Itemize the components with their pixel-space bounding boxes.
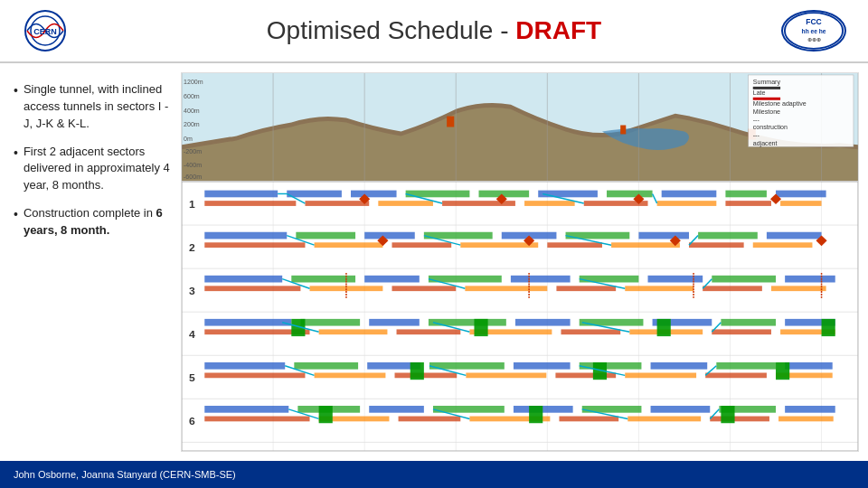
list-item: • Construction complete in 6 years, 8 mo… — [14, 205, 172, 239]
svg-text:⊕⊕⊕: ⊕⊕⊕ — [807, 37, 821, 42]
chart-area: 1200m 600m 400m 200m 0m -200m -400m -600… — [181, 72, 859, 452]
svg-rect-187 — [204, 417, 309, 422]
svg-text:---: --- — [753, 132, 760, 138]
svg-text:Summary: Summary — [753, 79, 781, 86]
svg-rect-71 — [378, 201, 433, 206]
bullet-text-1: Single tunnel, with inclined access tunn… — [24, 81, 172, 133]
svg-rect-170 — [466, 372, 546, 378]
svg-rect-116 — [511, 276, 571, 283]
svg-rect-141 — [515, 319, 571, 326]
svg-rect-186 — [785, 406, 835, 413]
svg-rect-162 — [514, 362, 571, 370]
svg-rect-156 — [657, 319, 671, 336]
svg-rect-102 — [689, 242, 744, 248]
svg-rect-93 — [638, 232, 689, 239]
svg-rect-69 — [204, 201, 296, 206]
svg-text:0m: 0m — [184, 136, 193, 142]
svg-rect-61 — [351, 191, 397, 198]
svg-text:1: 1 — [189, 198, 195, 211]
bullet-text-2: First 2 adjacent sectors delivered in ap… — [24, 144, 172, 195]
svg-rect-103 — [753, 242, 813, 248]
svg-rect-177 — [776, 362, 789, 380]
svg-rect-167 — [204, 372, 305, 378]
svg-rect-155 — [474, 319, 487, 336]
terrain-svg: 1200m 600m 400m 200m 0m -200m -400m -600… — [182, 73, 858, 181]
bullet-icon: • — [14, 206, 18, 224]
svg-rect-171 — [555, 372, 616, 378]
gantt-svg: 1 2 3 4 5 6 — [182, 182, 858, 451]
footer-text: John Osborne, Joanna Stanyard (CERN-SMB-… — [14, 469, 236, 480]
svg-text:4: 4 — [189, 328, 195, 341]
svg-rect-164 — [651, 362, 708, 370]
svg-text:5: 5 — [189, 371, 195, 384]
svg-rect-196 — [529, 406, 542, 423]
svg-rect-112 — [204, 276, 282, 283]
svg-rect-192 — [627, 417, 701, 422]
svg-rect-180 — [369, 406, 424, 413]
list-item: • Single tunnel, with inclined access tu… — [14, 81, 172, 133]
svg-text:Milestone adaptive: Milestone adaptive — [753, 100, 807, 108]
svg-text:600m: 600m — [184, 93, 200, 99]
title-text: Optimised Schedule - — [267, 16, 515, 44]
svg-rect-125 — [556, 286, 616, 291]
svg-rect-165 — [716, 362, 776, 370]
svg-rect-66 — [662, 191, 717, 198]
gantt-area: 1 2 3 4 5 6 — [182, 182, 858, 451]
svg-rect-9 — [620, 126, 626, 135]
svg-rect-95 — [767, 232, 822, 239]
fcc-logo-oval: FCC hh ee he ⊕⊕⊕ — [781, 10, 846, 52]
svg-rect-172 — [625, 372, 696, 378]
header: CERN Optimised Schedule - DRAFT FCC hh e… — [0, 0, 868, 63]
svg-text:-200m: -200m — [184, 148, 202, 155]
svg-rect-96 — [204, 242, 305, 248]
left-panel: • Single tunnel, with inclined access tu… — [9, 72, 181, 452]
svg-rect-118 — [648, 276, 703, 283]
svg-rect-194 — [778, 417, 834, 422]
svg-rect-148 — [397, 329, 461, 334]
svg-rect-98 — [392, 242, 451, 248]
title-draft: DRAFT — [515, 16, 601, 44]
svg-rect-60 — [287, 191, 342, 198]
svg-rect-152 — [712, 329, 771, 334]
svg-rect-144 — [721, 319, 776, 326]
svg-rect-150 — [561, 329, 620, 334]
svg-rect-68 — [776, 191, 826, 198]
svg-text:1200m: 1200m — [184, 79, 203, 85]
svg-rect-178 — [204, 406, 288, 413]
svg-text:FCC: FCC — [806, 17, 821, 26]
svg-rect-128 — [771, 286, 826, 291]
svg-rect-158 — [204, 362, 285, 370]
svg-rect-87 — [204, 232, 287, 239]
svg-rect-97 — [315, 242, 383, 248]
svg-rect-195 — [319, 406, 333, 423]
bullet-list: • Single tunnel, with inclined access tu… — [14, 81, 172, 239]
svg-rect-189 — [399, 417, 461, 422]
svg-rect-173 — [705, 372, 767, 378]
bold-text: 6 years, 8 month. — [24, 206, 163, 237]
svg-rect-166 — [785, 362, 833, 370]
svg-rect-76 — [725, 201, 771, 206]
svg-rect-65 — [607, 191, 653, 198]
svg-rect-157 — [822, 319, 835, 336]
footer: John Osborne, Joanna Stanyard (CERN-SMB-… — [0, 461, 868, 488]
svg-rect-168 — [315, 372, 386, 378]
svg-rect-191 — [559, 417, 618, 422]
svg-rect-193 — [710, 417, 769, 422]
list-item: • First 2 adjacent sectors delivered in … — [14, 144, 172, 195]
svg-rect-138 — [300, 319, 360, 326]
svg-rect-139 — [369, 319, 420, 326]
main-content: • Single tunnel, with inclined access tu… — [0, 63, 868, 461]
svg-rect-120 — [785, 276, 835, 283]
svg-rect-59 — [204, 191, 278, 198]
svg-rect-142 — [580, 319, 644, 326]
svg-rect-184 — [651, 406, 711, 413]
svg-text:---: --- — [753, 117, 760, 123]
svg-rect-114 — [364, 276, 420, 283]
svg-rect-94 — [698, 232, 758, 239]
svg-text:2: 2 — [189, 241, 195, 254]
svg-rect-75 — [657, 201, 717, 206]
svg-rect-147 — [319, 329, 388, 334]
svg-text:Milestone: Milestone — [753, 108, 780, 115]
svg-rect-8 — [447, 117, 454, 127]
svg-text:-400m: -400m — [184, 162, 202, 168]
